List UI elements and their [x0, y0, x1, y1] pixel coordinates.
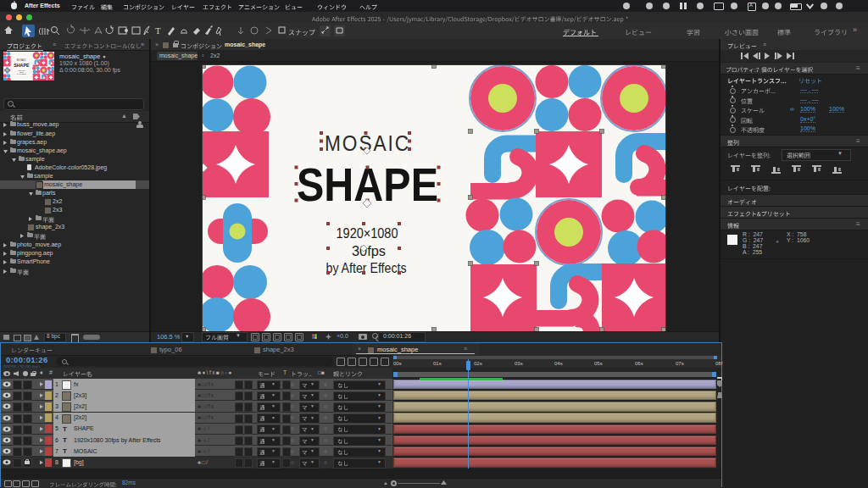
- svg-text:T: T: [155, 25, 161, 36]
- svg-text:by After Effects: by After Effects: [326, 261, 407, 275]
- svg-text:30fps: 30fps: [352, 244, 386, 258]
- svg-text:1920×1080: 1920×1080: [337, 226, 398, 241]
